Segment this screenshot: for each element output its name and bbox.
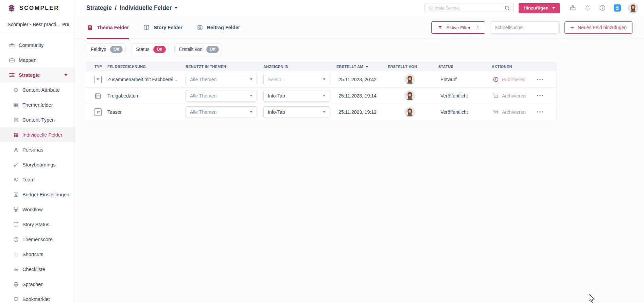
creator-avatar[interactable]	[405, 107, 415, 117]
action-label: Publizieren	[502, 77, 525, 82]
sidebar-item-checkliste[interactable]: Checkliste	[0, 262, 75, 277]
new-field-button[interactable]: + Neues Feld hinzufügen	[564, 21, 632, 34]
top-bar: SCOMPLER Strategie / Individuelle Felder…	[0, 0, 644, 16]
more-menu-icon[interactable]	[537, 111, 543, 113]
table-icon	[13, 102, 19, 108]
column-header-benutzt-in-themen[interactable]: BENUTZT IN THEMEN	[182, 65, 260, 69]
sidebar-item-mappen[interactable]: Mappen	[0, 53, 75, 68]
column-header-anzeigen-in[interactable]: ANZEIGEN IN	[260, 65, 333, 69]
filter-chip-status[interactable]: Status On	[131, 43, 169, 55]
global-search-input[interactable]	[429, 5, 504, 11]
action-label: Archivieren	[502, 109, 526, 115]
breadcrumb[interactable]: Strategie / Individuelle Felder	[86, 4, 177, 12]
quick-search-input[interactable]	[494, 25, 556, 30]
alert-circle-icon	[493, 76, 499, 83]
column-header-status[interactable]: STATUS	[435, 65, 488, 69]
column-header-aktionen[interactable]: AKTIONEN	[488, 65, 557, 69]
column-header-feldbezeichnung[interactable]: FELDBEZEICHNUNG	[107, 65, 182, 69]
tab-story-felder[interactable]: Story Felder	[143, 16, 182, 39]
knight-icon: ♘	[13, 251, 19, 257]
scompler-logo-icon	[7, 4, 16, 13]
breadcrumb-page[interactable]: Individuelle Felder	[120, 4, 172, 12]
tab-thema-felder[interactable]: Thema Felder	[87, 16, 129, 39]
sliders-icon	[8, 72, 15, 78]
sidebar-item-content-attribute[interactable]: Content-Attribute	[0, 83, 75, 97]
sidebar-item-themenscore[interactable]: Themenscore	[0, 232, 75, 247]
sidebar-item-label: Sprachen	[22, 282, 43, 287]
workspace-selector[interactable]: Scompler - Best practi... Pro	[0, 16, 75, 33]
quick-search[interactable]	[490, 21, 560, 34]
sidebar-item-sprachen[interactable]: Sprachen	[0, 277, 75, 292]
sidebar-item-content-typen[interactable]: Content-Typen	[0, 112, 75, 127]
checklist-icon	[13, 266, 19, 272]
sidebar-item-bookmarklet[interactable]: Bookmarklet	[0, 292, 75, 303]
sidebar-item-budget-einstellungen[interactable]: Budget-Einstellungen	[0, 187, 75, 202]
show-in-select[interactable]: Select...	[263, 74, 330, 85]
info-icon[interactable]	[599, 4, 606, 12]
chip-label: Feldtyp	[91, 47, 106, 52]
add-button[interactable]: Hinzufügen	[519, 3, 560, 13]
sidebar-item-label: Shortcuts	[22, 252, 43, 257]
sidebar: Scompler - Best practi... Pro Community …	[0, 16, 75, 303]
show-in-select[interactable]: Info-Tab	[263, 90, 330, 102]
sidebar-item-story-status[interactable]: Story Status	[0, 217, 75, 232]
sidebar-item-individuelle-felder[interactable]: Individuelle Felder	[0, 127, 75, 142]
bell-icon[interactable]	[584, 4, 591, 12]
sidebar-item-strategie[interactable]: Strategie	[0, 68, 75, 83]
publish-action[interactable]: Publizieren	[493, 76, 525, 83]
tab-beitrag-felder[interactable]: Beitrag Felder	[197, 16, 240, 39]
newspaper-icon	[197, 24, 203, 31]
sidebar-item-label: Budget-Einstellungen	[22, 192, 69, 197]
archive-action[interactable]: Archivieren	[493, 109, 526, 115]
main-content: Thema Felder Story Felder Beitrag Felder…	[75, 16, 644, 303]
created-at: 25.11.2023, 19:14	[333, 93, 384, 99]
sidebar-item-storyboardings[interactable]: Storyboardings	[0, 157, 75, 172]
show-in-select[interactable]: Info-Tab	[263, 106, 330, 118]
breadcrumb-section[interactable]: Strategie	[86, 4, 112, 12]
sidebar-item-workflow[interactable]: Workflow	[0, 202, 75, 217]
column-header-erstellt-am[interactable]: ERSTELLT AM	[333, 65, 384, 69]
column-header-typ[interactable]: TYP	[86, 65, 107, 69]
creator-avatar[interactable]	[405, 91, 415, 101]
date-field-icon	[94, 92, 107, 100]
active-filter-label: Aktive Filter	[447, 25, 471, 30]
intercom-icon[interactable]	[614, 4, 621, 12]
tab-label: Thema Felder	[97, 25, 129, 30]
used-in-themes-select[interactable]: Alle Themen	[186, 90, 257, 102]
sidebar-item-team[interactable]: Team	[0, 172, 75, 187]
chevron-down-icon	[250, 111, 253, 113]
more-menu-icon[interactable]	[537, 95, 543, 96]
used-in-themes-select[interactable]: Alle Themen	[186, 106, 257, 118]
filter-chip-feldtyp[interactable]: Feldtyp Off	[86, 43, 126, 55]
brand-name: SCOMPLER	[19, 5, 59, 12]
global-search[interactable]	[424, 3, 514, 13]
sidebar-item-label: Community	[19, 42, 43, 48]
chip-state-pill[interactable]: Off	[206, 46, 219, 53]
used-in-themes-select[interactable]: Alle Themen	[186, 74, 257, 85]
column-header-erstellt-von[interactable]: ERSTELLT VON	[384, 65, 435, 69]
chip-state-pill[interactable]: Off	[110, 46, 123, 53]
reader-icon[interactable]	[569, 4, 576, 12]
sidebar-item-shortcuts[interactable]: ♘ Shortcuts	[0, 247, 75, 262]
sidebar-item-label: Team	[22, 177, 34, 182]
action-label: Archivieren	[502, 93, 526, 99]
select-value: Alle Themen	[190, 109, 216, 115]
active-filter-button[interactable]: Aktive Filter 1	[431, 21, 485, 34]
filter-chip-erstellt-von[interactable]: Erstellt von Off	[174, 43, 222, 55]
chip-state-pill[interactable]: On	[153, 46, 166, 53]
sidebar-item-label: Story Status	[22, 222, 49, 227]
table-row: Zusammenarbeit mit Fachberei... Alle The…	[86, 71, 556, 88]
chevron-down-icon	[323, 95, 326, 96]
creator-avatar[interactable]	[405, 74, 415, 85]
sidebar-item-themenfelder[interactable]: Themenfelder	[0, 97, 75, 112]
sidebar-nav: Community Mappen Strategie Content-Attri…	[0, 33, 75, 303]
select-value: Alle Themen	[190, 77, 216, 82]
search-icon[interactable]	[504, 5, 510, 11]
user-avatar[interactable]	[628, 3, 638, 13]
sidebar-item-community[interactable]: Community	[0, 38, 75, 53]
more-menu-icon[interactable]	[537, 79, 543, 80]
created-at: 25.11.2023, 19:12	[333, 109, 384, 115]
sidebar-item-personas[interactable]: Personas	[0, 142, 75, 157]
archive-action[interactable]: Archivieren	[493, 93, 526, 99]
app-logo[interactable]: SCOMPLER	[0, 0, 75, 16]
